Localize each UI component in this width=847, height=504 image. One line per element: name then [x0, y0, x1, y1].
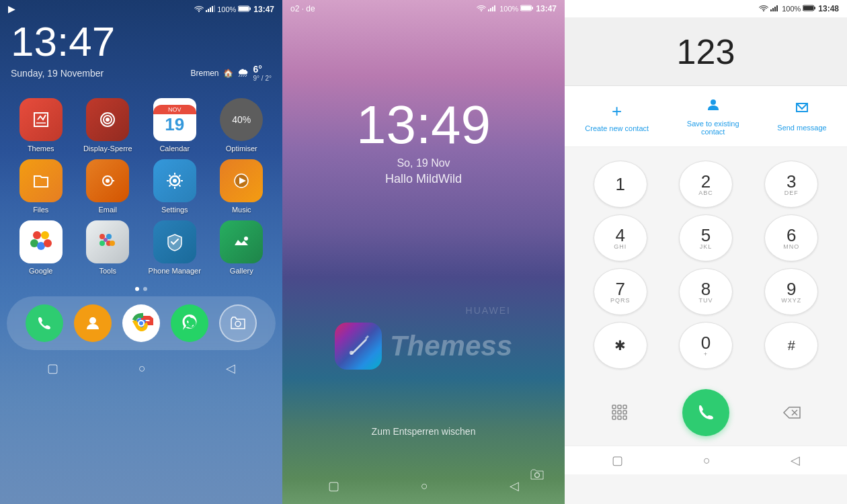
- svg-point-37: [481, 10, 482, 11]
- phone3-nav-square[interactable]: ▢: [612, 453, 623, 468]
- phone2-nav-back[interactable]: ◁: [510, 478, 519, 493]
- call-button[interactable]: [682, 389, 729, 436]
- nav-square[interactable]: ▢: [47, 361, 58, 376]
- app-music[interactable]: Music: [212, 159, 272, 214]
- svg-rect-3: [210, 7, 211, 12]
- key-3[interactable]: 3DEF: [764, 161, 818, 208]
- tools-label: Tools: [99, 267, 116, 275]
- dock-contacts[interactable]: [74, 304, 112, 342]
- app-themes[interactable]: Themes: [11, 98, 71, 153]
- key-9[interactable]: 9WXYZ: [764, 268, 818, 315]
- svg-point-36: [235, 321, 241, 327]
- svg-point-31: [89, 317, 96, 324]
- nav-circle[interactable]: ○: [138, 362, 146, 376]
- phone3-nav-back[interactable]: ◁: [791, 453, 800, 468]
- huawei-watermark: HUAWEI: [466, 305, 511, 316]
- key-6[interactable]: 6MNO: [764, 214, 818, 261]
- settings-icon: [153, 159, 196, 202]
- phone1-time: 13:47: [253, 5, 274, 14]
- dock-chrome[interactable]: [122, 304, 160, 342]
- svg-point-35: [139, 321, 143, 325]
- key-star[interactable]: ✱: [594, 322, 647, 369]
- key-8[interactable]: 8TUV: [679, 268, 733, 315]
- phone3-nav-circle[interactable]: ○: [703, 454, 711, 468]
- svg-point-20: [41, 231, 49, 239]
- svg-rect-60: [618, 411, 621, 414]
- app-settings[interactable]: Settings: [145, 159, 205, 214]
- svg-point-12: [106, 118, 110, 122]
- keypad-toggle-btn[interactable]: [600, 392, 640, 433]
- key-5[interactable]: 5JKL: [679, 214, 733, 261]
- app-display-sperre[interactable]: Display-Sperre: [78, 98, 138, 153]
- svg-rect-7: [239, 7, 249, 11]
- phone1-temp-range: 9° / 2°: [253, 75, 272, 82]
- settings-label: Settings: [161, 206, 188, 214]
- phone2-signal-icon: [488, 4, 497, 13]
- save-contact-icon: [705, 97, 721, 117]
- svg-point-24: [99, 234, 105, 239]
- phone2-lockscreen: o2 · de 100% 13:47 13:49 So, 19 Nov Hall…: [282, 0, 565, 504]
- app-google[interactable]: Google: [11, 220, 71, 275]
- dock-phone[interactable]: [26, 304, 63, 342]
- phone2-navbar: ▢ ○ ◁: [282, 473, 565, 499]
- save-contact-btn[interactable]: Save to existing contact: [676, 97, 750, 136]
- svg-rect-53: [803, 6, 813, 10]
- key-2[interactable]: 2ABC: [679, 161, 733, 208]
- app-tools[interactable]: Tools: [78, 220, 138, 275]
- optimiser-label: Optimiser: [226, 144, 257, 153]
- svg-rect-62: [612, 416, 616, 419]
- phone3-dialer: 100% 13:48 123 + Create new contact Save…: [565, 0, 847, 504]
- dialer-keypad: 1 2ABC 3DEF 4GHI 5JKL 6MNO 7PQRS 8TUV 9W…: [565, 147, 847, 382]
- svg-rect-2: [208, 9, 209, 12]
- phone1-status-icons: 100% 13:47: [194, 5, 274, 14]
- dock-whatsapp[interactable]: [171, 304, 208, 342]
- phone2-bigtime: 13:49: [356, 98, 491, 152]
- svg-rect-57: [618, 405, 621, 409]
- app-email[interactable]: Email: [78, 159, 138, 214]
- tools-icon: [86, 220, 129, 263]
- svg-rect-64: [623, 416, 627, 419]
- google-icon: [19, 220, 63, 263]
- nav-back[interactable]: ◁: [226, 361, 235, 376]
- svg-rect-51: [776, 5, 778, 11]
- phone2-battery-icon: [520, 4, 534, 13]
- calendar-label: Calendar: [159, 144, 190, 153]
- gallery-label: Gallery: [230, 267, 253, 275]
- create-contact-btn[interactable]: + Create new contact: [585, 101, 649, 132]
- key-7[interactable]: 7PQRS: [594, 268, 647, 315]
- svg-rect-8: [249, 7, 251, 10]
- send-message-label: Send message: [777, 124, 826, 132]
- send-message-btn[interactable]: Send message: [777, 101, 826, 132]
- phone2-carrier: o2 · de: [290, 4, 315, 13]
- phone2-date: So, 19 Nov: [397, 157, 450, 169]
- delete-btn[interactable]: [772, 392, 812, 433]
- dot-2: [143, 287, 147, 291]
- files-label: Files: [33, 206, 48, 214]
- themes-icon: [19, 98, 63, 141]
- svg-point-45: [350, 351, 354, 355]
- phone2-nav-circle[interactable]: ○: [421, 479, 428, 493]
- key-0[interactable]: 0+: [679, 322, 733, 369]
- app-optimiser[interactable]: 40% Optimiser: [212, 98, 272, 153]
- app-gallery[interactable]: Gallery: [212, 220, 272, 275]
- key-4[interactable]: 4GHI: [594, 214, 647, 261]
- files-icon: [19, 159, 63, 202]
- themess-text: Themess: [390, 330, 512, 362]
- key-1[interactable]: 1: [594, 161, 647, 208]
- svg-point-16: [173, 179, 177, 183]
- phone1-apps-grid: Themes Display-Sperre NOV 19 Calendar 40…: [0, 85, 282, 282]
- phone1-battery-icon: [238, 5, 251, 14]
- dock-camera[interactable]: [219, 304, 257, 342]
- phone1-temp: 6°: [253, 64, 272, 75]
- app-phone-manager[interactable]: Phone Manager: [145, 220, 205, 275]
- key-hash[interactable]: #: [764, 322, 818, 369]
- app-files[interactable]: Files: [11, 159, 71, 214]
- phone3-wifi-icon: [759, 4, 768, 13]
- google-label: Google: [29, 267, 52, 275]
- svg-rect-41: [494, 5, 495, 11]
- phone2-nav-square[interactable]: ▢: [328, 478, 339, 493]
- phone1-navbar: ▢ ○ ◁: [0, 354, 282, 382]
- phone1-city: Bremen: [191, 69, 219, 78]
- music-label: Music: [232, 206, 251, 214]
- app-calendar[interactable]: NOV 19 Calendar: [145, 98, 205, 153]
